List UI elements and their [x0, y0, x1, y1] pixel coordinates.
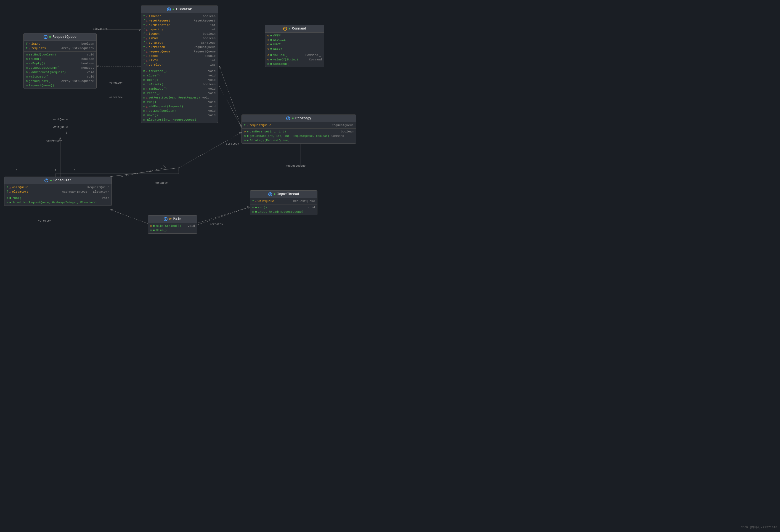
uml-row: f △ isReset boolean [141, 14, 218, 18]
requestqueue-title: C ■ RequestQueue [24, 34, 96, 41]
watermark: CSDN @牛小叮-22371010 [741, 525, 777, 529]
uml-row: m △ setReset(boolean, ResetRequest) void [141, 96, 218, 100]
uml-row: f △ elevators HashMap<Integer, Elevator> [4, 190, 111, 194]
scheduler-title: C ■ Scheduler [4, 177, 111, 184]
uml-row: f △ speed double [141, 54, 218, 58]
uml-row: m isEnd() boolean [24, 57, 96, 61]
uml-row: m ■ Strategy(RequestQueue) [242, 138, 356, 143]
uml-row: f △ strategy Strategy [141, 41, 218, 45]
elevator-title: C ■ Elevator [141, 6, 218, 13]
svg-line-13 [220, 66, 242, 127]
command-class: E ■ Command ⊙ ■ OPEN ⊙ ■ REVERSE ⊙ ■ MOV… [265, 25, 324, 67]
uml-row: f △ requestQueue RequestQueue [141, 49, 218, 54]
command-title: E ■ Command [265, 25, 324, 33]
uml-row: m open() void [141, 78, 218, 82]
label-1b: 1 [16, 169, 18, 172]
label-1a: 1 [66, 131, 67, 135]
label-waitqueue1: waitQueue [53, 118, 68, 121]
strategy-fields: f △ requestQueue RequestQueue [242, 122, 356, 128]
uml-row: f △ curFloor int [141, 63, 218, 67]
elevator-fields: f △ isReset boolean f △ resetRequest Res… [141, 13, 218, 68]
uml-row: ⊙ ■ RESET [265, 47, 324, 51]
uml-row: m △ inPerson() void [141, 69, 218, 73]
strategy-name: Strategy [295, 116, 311, 120]
svg-line-12 [179, 132, 242, 168]
main-class: C ⟳ Main ⊙ ■ main(String[]) void m ■ Mai… [148, 215, 197, 234]
uml-row: m RequestQueue() [24, 83, 96, 88]
scheduler-class: C ■ Scheduler f △ waitQueue RequestQueue… [4, 176, 112, 206]
uml-row: m ■ InputThread(RequestQueue) [250, 210, 317, 214]
uml-row: m close() void [141, 73, 218, 78]
uml-row: m ■ run() void [250, 205, 317, 210]
uml-row: m ■ Main() [148, 228, 197, 232]
uml-row: ⊙ ■ main(String[]) void [148, 224, 197, 228]
uml-row: m ■ run() void [4, 196, 111, 200]
uml-row: m isReset() boolean [141, 82, 218, 87]
uml-row: m △ addRequest(Request) void [141, 104, 218, 109]
inputthread-title: C ■ InputThread [250, 191, 317, 198]
command-name: Command [292, 27, 306, 31]
uml-row: m △ setEnd(boolean) void [141, 109, 218, 113]
inputthread-methods: m ■ run() void m ■ InputThread(RequestQu… [250, 205, 317, 215]
uml-row: m isEmpty() boolean [24, 61, 96, 66]
uml-row: m ■ Scheduler(RequestQueue, HashMap<Inte… [4, 200, 111, 205]
svg-line-15 [110, 210, 148, 223]
main-type-icon: C [164, 217, 167, 221]
scheduler-name: Scheduler [54, 178, 71, 182]
label-1c: 1 [55, 169, 56, 172]
uml-row: m △ mambaOut() void [141, 87, 218, 91]
scheduler-methods: m ■ run() void m ■ Scheduler(RequestQueu… [4, 195, 111, 206]
elevator-methods: m △ inPerson() void m close() void m ope… [141, 68, 218, 123]
rq-methods: m setEnd(boolean) void m isEnd() boolean… [24, 52, 96, 89]
uml-row: ⊙ ■ values() Command[] [265, 53, 324, 57]
uml-row: f △ isOpen boolean [141, 32, 218, 36]
scheduler-fields: f △ waitQueue RequestQueue f △ elevators… [4, 184, 111, 195]
rq-fields: f △ isEnd boolean f △ requests ArrayList… [24, 41, 96, 52]
uml-row: ⊙ ■ valueOf(String) Command [265, 57, 324, 62]
uml-row: m reset() void [141, 91, 218, 96]
requestqueue-class: C ■ RequestQueue f △ isEnd boolean f △ r… [23, 33, 97, 89]
elevator-name: Elevator [176, 7, 192, 11]
uml-row: f △ requestQueue RequestQueue [242, 123, 356, 127]
elevator-type-icon: C [167, 7, 171, 11]
uml-row: m run() void [141, 100, 218, 104]
svg-line-19 [220, 86, 242, 127]
strategy-methods: ⊙ ■ canReverse(int, int) boolean m ■ get… [242, 128, 356, 144]
label-create3: «create» [155, 181, 168, 184]
main-title: C ⟳ Main [148, 215, 197, 223]
uml-row: ⊙ ■ MOVE [265, 42, 324, 47]
strategy-class: C ■ Strategy f △ requestQueue RequestQue… [242, 114, 356, 144]
uml-row: f △ isEnd boolean [141, 36, 218, 41]
uml-row: m getRequestAndRm() Request [24, 66, 96, 70]
command-type-icon: E [283, 27, 287, 31]
inputthread-type-icon: C [268, 192, 272, 196]
label-create1: «create» [109, 82, 123, 85]
rq-type-icon: C [44, 35, 47, 39]
uml-row: m setEnd(boolean) void [24, 52, 96, 57]
uml-row: m Elevator(int, RequestQueue) [141, 117, 218, 122]
label-curperson: curPerson [46, 139, 61, 142]
uml-row: ⊙ ■ OPEN [265, 34, 324, 38]
uml-row: m move() void [141, 113, 218, 117]
scheduler-type-icon: C [44, 178, 48, 182]
elevator-class: C ■ Elevator f △ isReset boolean f △ res… [141, 5, 218, 123]
uml-row: m waitQuest() void [24, 74, 96, 79]
inputthread-class: C ■ InputThread f △ waitQueue RequestQue… [250, 191, 318, 215]
svg-line-10 [110, 168, 179, 176]
uml-row: f △ capacity int [141, 27, 218, 32]
uml-row: f △ curDirection int [141, 23, 218, 27]
main-name: Main [173, 217, 181, 221]
inputthread-name: InputThread [277, 192, 299, 196]
label-create5: «create» [210, 223, 223, 226]
main-methods: ⊙ ■ main(String[]) void m ■ Main() [148, 223, 197, 233]
uml-row: m ■ Command() [265, 62, 324, 66]
rq-name: RequestQueue [53, 35, 77, 39]
label-strategy: strategy [226, 142, 239, 146]
svg-line-17 [121, 168, 165, 176]
label-requestqueue: requestQueue [286, 164, 305, 167]
uml-row: ⊙ ■ canReverse(int, int) boolean [242, 129, 356, 134]
label-create2: «create» [109, 96, 123, 99]
uml-row: m △ addRequest(Request) void [24, 70, 96, 74]
strategy-type-icon: C [286, 116, 290, 120]
uml-row: ⊙ ■ REVERSE [265, 38, 324, 42]
